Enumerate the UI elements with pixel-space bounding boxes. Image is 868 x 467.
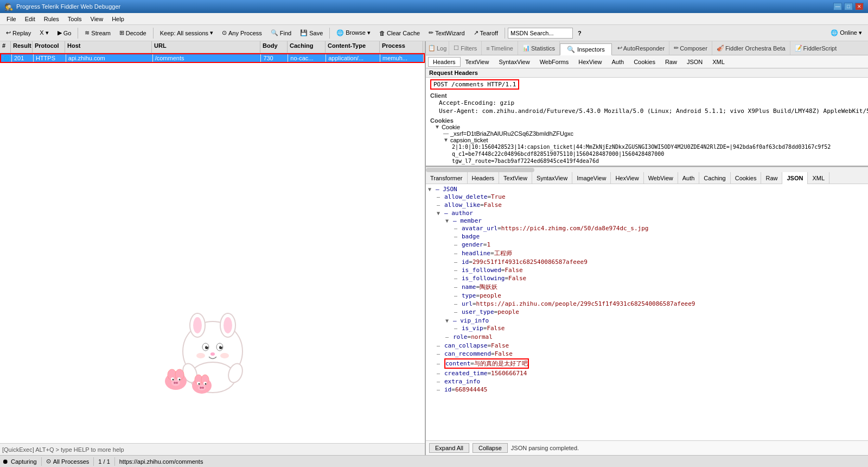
col-caching[interactable]: Caching — [288, 41, 326, 53]
json-is-following: —is_following=False — [454, 274, 868, 282]
any-process-button[interactable]: ⊙ Any Process — [218, 27, 266, 39]
col-protocol[interactable]: Protocol — [33, 41, 65, 53]
msdn-search-input[interactable] — [508, 28, 573, 39]
col-content-type[interactable]: Content-Type — [326, 41, 380, 53]
tab-auth[interactable]: Auth — [607, 57, 629, 67]
capsion-q-c1: q_c1=be7f448c22c04896bcdf828519075110|15… — [452, 150, 868, 157]
svg-point-36 — [205, 383, 206, 384]
statistics-tab[interactable]: Statistics — [531, 45, 555, 52]
tab-raw[interactable]: Raw — [660, 57, 682, 67]
right-top-tabs: 📋 Log ☐ Filters ≡ Timeline 📊 Statistics … — [426, 41, 868, 55]
session-body: 730 — [261, 54, 288, 62]
session-result: 201 — [12, 54, 34, 62]
resp-tab-webview[interactable]: WebView — [644, 172, 678, 184]
maximize-button[interactable]: □ — [844, 3, 853, 10]
col-host[interactable]: Host — [65, 41, 152, 53]
status-sep-1 — [41, 457, 42, 466]
resp-tab-raw[interactable]: Raw — [761, 172, 782, 184]
all-processes-label: All Processes — [53, 458, 90, 465]
timeline-tab[interactable]: Timeline — [491, 45, 513, 52]
clear-cache-button[interactable]: 🗑 Clear Cache — [375, 27, 424, 39]
status-sep-2 — [93, 457, 94, 466]
menu-rules[interactable]: Rules — [40, 15, 63, 23]
capsion-collapse-icon[interactable]: ▼ — [443, 137, 449, 143]
session-list: 🌐 1 201 HTTPS api.zhihu.com /comments 73… — [0, 53, 425, 248]
horizontal-scrollbar[interactable] — [426, 167, 868, 172]
inspectors-tab[interactable]: 🔍 Inspectors — [560, 43, 612, 55]
resp-tab-cookies[interactable]: Cookies — [731, 172, 762, 184]
resp-tab-imageview[interactable]: ImageView — [572, 172, 611, 184]
browse-button[interactable]: 🌐 Browse ▾ — [333, 27, 374, 39]
tab-textview[interactable]: TextView — [461, 57, 494, 67]
close-button[interactable]: ✕ — [855, 3, 864, 10]
tab-headers[interactable]: Headers — [428, 57, 461, 67]
col-body[interactable]: Body — [260, 41, 288, 53]
client-section-title: Client — [430, 92, 868, 99]
col-url[interactable]: URL — [152, 41, 260, 53]
keep-dropdown-button[interactable]: Keep: All sessions ▾ — [156, 27, 217, 39]
filters-tab[interactable]: Filters — [461, 45, 477, 52]
titlebar-controls: — □ ✕ — [833, 3, 864, 10]
author-expand[interactable]: ▼ — [437, 210, 444, 216]
tab-cookies[interactable]: Cookies — [629, 57, 660, 67]
tab-hexview[interactable]: HexView — [573, 57, 607, 67]
stream-button[interactable]: ≋ Stream — [81, 27, 114, 39]
capsion-tgw: tgw_l7_route=7bacb9af7224ed68945ce419f4d… — [452, 157, 868, 165]
minimize-button[interactable]: — — [833, 3, 842, 10]
json-root-expand[interactable]: ▼ — [428, 186, 436, 192]
json-root-line[interactable]: ▼ — JSON — [428, 186, 868, 193]
tab-json[interactable]: JSON — [682, 57, 707, 67]
msdn-help-button[interactable]: ? — [574, 27, 585, 39]
svg-point-7 — [205, 346, 208, 349]
fiddler-orchestra-tab[interactable]: Fiddler Orchestra Beta — [725, 45, 786, 52]
decode-button[interactable]: ⊞ Decode — [116, 27, 150, 39]
expand-all-button[interactable]: Expand All — [429, 443, 469, 453]
json-headline: —headline=工程师 — [454, 249, 868, 258]
json-is-followed: —is_followed=False — [454, 266, 868, 274]
cookie-collapse-icon[interactable]: ▼ — [435, 124, 440, 130]
resp-tab-textview[interactable]: TextView — [499, 172, 532, 184]
resp-tab-json[interactable]: JSON — [782, 172, 808, 184]
menu-edit[interactable]: Edit — [21, 15, 40, 23]
save-button[interactable]: 💾 Save — [296, 27, 327, 39]
tearoff-button[interactable]: ↗ Tearoff — [470, 27, 502, 39]
composer-tab[interactable]: Composer — [680, 45, 707, 52]
x-dropdown-button[interactable]: X ▾ — [36, 27, 52, 39]
json-author: ▼ — author ▼ — member — [437, 209, 868, 342]
col-result[interactable]: Result — [11, 41, 33, 53]
resp-tab-syntaxview[interactable]: SyntaxView — [532, 172, 572, 184]
resp-tab-hexview[interactable]: HexView — [611, 172, 643, 184]
session-row[interactable]: 🌐 1 201 HTTPS api.zhihu.com /comments 73… — [0, 53, 425, 63]
menu-tools[interactable]: Tools — [63, 15, 86, 23]
cookie-children: — _xsrf=D1tBriaZhAlURu2CSq6Z3bmIdhZFUgxc… — [443, 130, 868, 165]
go-button[interactable]: ▶ Go — [54, 27, 75, 39]
tab-xml[interactable]: XML — [707, 57, 730, 67]
menu-file[interactable]: File — [2, 15, 21, 23]
col-process[interactable]: Process — [380, 41, 423, 53]
vip-expand[interactable]: ▼ — [445, 318, 453, 324]
textwizard-button[interactable]: ✏ TextWizard — [425, 27, 468, 39]
find-button[interactable]: 🔍 Find — [267, 27, 295, 39]
replay-button[interactable]: ↩ Replay — [2, 27, 35, 39]
autoresponder-tab[interactable]: AutoResponder — [623, 45, 665, 52]
resp-tab-xml[interactable]: XML — [808, 172, 829, 184]
h-scroll-thumb[interactable] — [426, 168, 534, 172]
resp-tab-headers[interactable]: Headers — [468, 172, 500, 184]
cute-character-svg — [158, 297, 267, 395]
tab-syntaxview[interactable]: SyntaxView — [494, 57, 534, 67]
member-expand[interactable]: ▼ — [445, 218, 453, 224]
tab-webforms[interactable]: WebForms — [535, 57, 574, 67]
resp-tab-caching[interactable]: Caching — [699, 172, 730, 184]
app-icon: 🕵 — [4, 3, 13, 11]
json-badge: —badge — [454, 232, 868, 241]
online-button[interactable]: 🌐 Online ▾ — [827, 27, 866, 39]
resp-tab-transformer[interactable]: Transformer — [426, 172, 468, 184]
collapse-button[interactable]: Collapse — [473, 443, 508, 453]
cookie-tree: ▼ Cookie — _xsrf=D1tBriaZhAlURu2CSq6Z3bm… — [435, 124, 868, 165]
resp-tab-auth[interactable]: Auth — [678, 172, 700, 184]
menu-help[interactable]: Help — [107, 15, 129, 23]
filters-checkbox[interactable]: ☐ — [454, 45, 459, 52]
fiddlerscript-tab[interactable]: FiddlerScript — [803, 45, 837, 52]
menu-view[interactable]: View — [86, 15, 108, 23]
log-tab[interactable]: Log — [437, 45, 446, 52]
